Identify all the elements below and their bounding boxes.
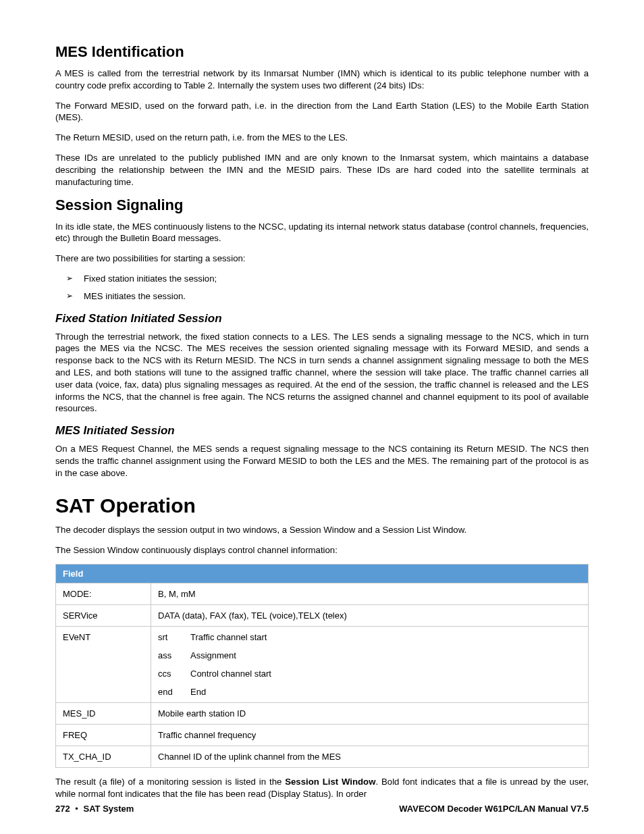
- table-row: FREQ Traffic channel frequency: [56, 725, 589, 746]
- table-row: EVeNT srt Traffic channel start ass Assi…: [56, 627, 589, 703]
- heading-sat-operation: SAT Operation: [55, 494, 589, 517]
- heading-mes-initiated: MES Initiated Session: [55, 424, 589, 438]
- table-row: SERVice DATA (data), FAX (fax), TEL (voi…: [56, 605, 589, 627]
- bullet-list: Fixed station initiates the session; MES…: [55, 273, 589, 303]
- event-code: end: [158, 687, 190, 697]
- paragraph: In its idle state, the MES continuously …: [55, 221, 589, 245]
- paragraph: The Session Window continuously displays…: [55, 544, 589, 556]
- page-footer: 272 • SAT System WAVECOM Decoder W61PC/L…: [55, 804, 589, 814]
- page-number: 272: [55, 804, 70, 814]
- paragraph: Through the terrestrial network, the fix…: [55, 331, 589, 415]
- field-cell: TX_CHA_ID: [56, 746, 151, 768]
- heading-fixed-station-initiated: Fixed Station Initiated Session: [55, 312, 589, 325]
- field-cell: SERVice: [56, 605, 151, 627]
- event-code: ccs: [158, 669, 190, 679]
- event-sublist: srt Traffic channel start ass Assignment…: [158, 632, 581, 697]
- heading-session-signaling: Session Signaling: [55, 197, 589, 214]
- paragraph: A MES is called from the terrestrial net…: [55, 68, 589, 92]
- field-cell: FREQ: [56, 725, 151, 746]
- field-table: Field MODE: B, M, mM SERVice DATA (data)…: [55, 564, 589, 768]
- desc-cell: Mobile earth station ID: [151, 703, 589, 725]
- event-label: End: [190, 687, 581, 697]
- event-label: Traffic channel start: [190, 632, 581, 642]
- document-page: MES Identification A MES is called from …: [0, 0, 644, 834]
- bold-text: Session List Window: [285, 777, 375, 787]
- event-label: Assignment: [190, 650, 581, 660]
- footer-section: SAT System: [83, 804, 134, 814]
- table-row: MODE: B, M, mM: [56, 583, 589, 605]
- text: The result (a file) of a monitoring sess…: [55, 777, 285, 787]
- desc-cell: DATA (data), FAX (fax), TEL (voice),TELX…: [151, 605, 589, 627]
- paragraph: There are two possibilities for starting…: [55, 253, 589, 265]
- paragraph: These IDs are unrelated to the publicly …: [55, 152, 589, 188]
- desc-cell: Traffic channel frequency: [151, 725, 589, 746]
- list-item: Fixed station initiates the session;: [84, 273, 589, 285]
- field-cell: MES_ID: [56, 703, 151, 725]
- event-label: Control channel start: [190, 669, 581, 679]
- bullet-icon: •: [70, 804, 84, 814]
- event-code: srt: [158, 632, 190, 642]
- footer-right: WAVECOM Decoder W61PC/LAN Manual V7.5: [399, 804, 589, 814]
- paragraph: The Return MESID, used on the return pat…: [55, 132, 589, 144]
- paragraph-result: The result (a file) of a monitoring sess…: [55, 776, 589, 800]
- field-cell: EVeNT: [56, 627, 151, 703]
- footer-left: 272 • SAT System: [55, 804, 134, 814]
- table-row: MES_ID Mobile earth station ID: [56, 703, 589, 725]
- field-cell: MODE:: [56, 583, 151, 605]
- list-item: MES initiates the session.: [84, 290, 589, 303]
- desc-cell: srt Traffic channel start ass Assignment…: [151, 627, 589, 703]
- heading-mes-identification: MES Identification: [55, 43, 589, 61]
- table-row: TX_CHA_ID Channel ID of the uplink chann…: [56, 746, 589, 768]
- desc-cell: Channel ID of the uplink channel from th…: [151, 746, 589, 768]
- desc-cell: B, M, mM: [151, 583, 589, 605]
- paragraph: The decoder displays the session output …: [55, 524, 589, 536]
- event-code: ass: [158, 650, 190, 660]
- paragraph: On a MES Request Channel, the MES sends …: [55, 443, 589, 479]
- paragraph: The Forward MESID, used on the forward p…: [55, 100, 589, 124]
- table-header-field: Field: [56, 565, 589, 583]
